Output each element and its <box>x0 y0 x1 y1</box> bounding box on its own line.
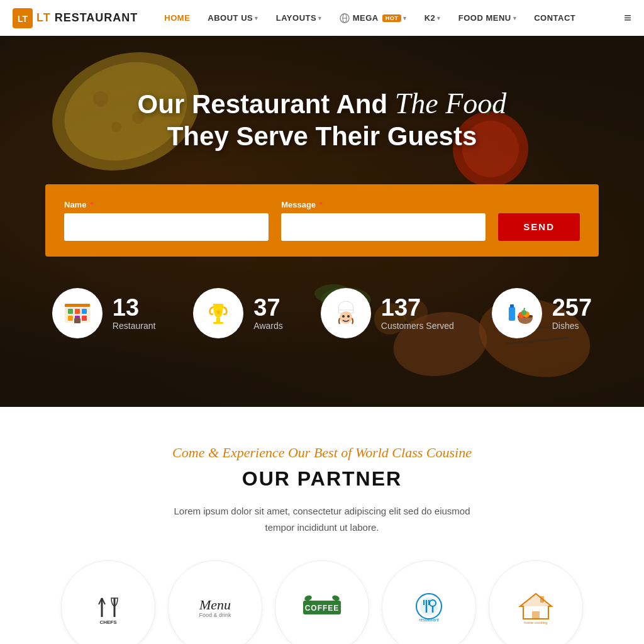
stat-awards-text: 37 Awards <box>253 296 282 331</box>
form-group-name: Name * <box>64 200 269 241</box>
stat-customers: 137 Customers Served <box>321 288 454 338</box>
svg-text:COFFEE: COFFEE <box>305 604 340 613</box>
svg-rect-63 <box>532 611 540 619</box>
name-required: * <box>90 200 93 209</box>
coffee-logo: COFFEE <box>297 592 347 623</box>
partner-logo-menu: Menu Food & drink <box>168 560 262 644</box>
hot-badge: HOT <box>382 14 402 22</box>
caret-icon: ▾ <box>437 15 441 21</box>
hero-title: Our Restaurant And The Food They Serve T… <box>138 86 507 153</box>
nav-link-home[interactable]: HOME <box>157 9 197 26</box>
svg-rect-64 <box>540 596 544 602</box>
hamburger-icon[interactable]: ≡ <box>624 11 631 25</box>
chefs-logo: CHEFS restaurant <box>89 589 127 626</box>
svg-text:restaurant: restaurant <box>419 618 439 622</box>
partner-description: Lorem ipsum dolor sit amet, consectetur … <box>165 503 479 535</box>
dishes-icon <box>501 297 533 329</box>
send-button[interactable]: SEND <box>498 213 580 241</box>
hero-title-sub: They Serve Their Guests <box>138 121 507 152</box>
svg-rect-35 <box>509 307 515 321</box>
caret-icon: ▾ <box>513 15 517 21</box>
nav-item-k2[interactable]: K2 ▾ <box>417 9 448 26</box>
svg-rect-28 <box>213 322 223 324</box>
caret-icon: ▾ <box>403 15 407 21</box>
stat-dishes-text: 257 Dishes <box>552 296 592 331</box>
nav-item-mega[interactable]: MEGA HOT ▾ <box>332 9 414 27</box>
chef-icon <box>330 297 362 329</box>
form-group-message: Message * <box>281 200 486 241</box>
stat-dishes-label: Dishes <box>552 321 592 331</box>
svg-text:Food & drink: Food & drink <box>199 612 231 618</box>
nav-link-contact[interactable]: CONTACT <box>526 9 583 26</box>
nav-item-contact[interactable]: CONTACT <box>526 9 583 26</box>
navbar: LT LT RESTAURANT HOME ABOUT US ▾ LAYOUTS… <box>0 0 644 36</box>
partner-logo-home-cooking: home cooking <box>489 560 583 644</box>
stat-awards-label: Awards <box>253 321 282 331</box>
nav-link-layouts[interactable]: LAYOUTS ▾ <box>269 9 330 26</box>
svg-point-9 <box>111 122 121 132</box>
svg-point-34 <box>347 315 350 318</box>
stats-row: 13 Restaurant ★ 37 Aw <box>0 288 644 338</box>
awards-icon-circle: ★ <box>193 288 243 338</box>
svg-rect-21 <box>75 309 80 314</box>
nav-link-k2[interactable]: K2 ▾ <box>417 9 448 26</box>
stat-restaurant: 13 Restaurant <box>52 288 155 338</box>
svg-point-40 <box>521 310 526 315</box>
nav-links: HOME ABOUT US ▾ LAYOUTS ▾ MEGA HOT ▾ K2 … <box>157 9 624 27</box>
name-input[interactable] <box>64 213 269 241</box>
nav-link-about[interactable]: ABOUT US ▾ <box>200 9 265 26</box>
nav-item-home[interactable]: HOME <box>157 9 197 26</box>
hero-section: Our Restaurant And The Food They Serve T… <box>0 36 644 407</box>
partner-title: OUR PARTNER <box>25 467 619 491</box>
message-required: * <box>319 200 323 209</box>
nav-link-mega[interactable]: MEGA HOT ▾ <box>332 9 414 27</box>
home-cooking-logo: home cooking <box>514 589 558 626</box>
stat-customers-number: 137 <box>381 296 454 319</box>
restaurant-icon <box>62 297 93 329</box>
dishes-icon-circle <box>492 288 542 338</box>
partner-logo-coffee: COFFEE <box>275 560 369 644</box>
message-label: Message * <box>281 200 486 209</box>
svg-rect-22 <box>82 309 87 314</box>
svg-point-32 <box>340 311 352 324</box>
svg-rect-27 <box>216 318 220 322</box>
hero-title-cursive: The Food <box>395 87 507 119</box>
menu-logo: Menu Food & drink <box>190 592 240 623</box>
trophy-icon: ★ <box>203 297 234 329</box>
svg-text:★: ★ <box>215 308 222 316</box>
partner-section: Come & Experience Our Best of World Clas… <box>0 407 644 644</box>
svg-point-7 <box>93 91 108 106</box>
svg-text:CHEFS: CHEFS <box>99 619 117 625</box>
nav-item-food-menu[interactable]: FOOD MENU ▾ <box>451 9 524 26</box>
nav-item-layouts[interactable]: LAYOUTS ▾ <box>269 9 330 26</box>
partner-logos: CHEFS restaurant Menu Food & drink COFFE… <box>25 560 619 644</box>
hero-content: Our Restaurant And The Food They Serve T… <box>125 36 519 172</box>
nav-link-food-menu[interactable]: FOOD MENU ▾ <box>451 9 524 26</box>
logo-link[interactable]: LT LT RESTAURANT <box>13 8 138 28</box>
hero-form-section: Name * Message * SEND <box>45 184 599 257</box>
partner-logo-restaurant-blue: restaurant <box>382 560 476 644</box>
stat-restaurant-label: Restaurant <box>113 321 155 331</box>
message-input[interactable] <box>281 213 486 241</box>
svg-rect-20 <box>68 309 73 314</box>
logo-text: LT RESTAURANT <box>36 11 138 25</box>
svg-rect-19 <box>65 304 90 307</box>
caret-icon: ▾ <box>318 15 322 21</box>
svg-text:home cooking: home cooking <box>524 621 547 625</box>
svg-rect-25 <box>82 316 87 321</box>
svg-point-33 <box>342 315 345 318</box>
stat-awards-number: 37 <box>253 296 282 319</box>
caret-icon: ▾ <box>255 15 258 21</box>
partner-subtitle: Come & Experience Our Best of World Clas… <box>25 445 619 461</box>
stat-awards: ★ 37 Awards <box>193 288 282 338</box>
form-row: Name * Message * SEND <box>64 200 580 241</box>
nav-item-about[interactable]: ABOUT US ▾ <box>200 9 265 26</box>
name-label: Name * <box>64 200 269 209</box>
logo-icon: LT <box>13 8 33 28</box>
svg-text:restaurant: restaurant <box>101 626 116 626</box>
svg-rect-23 <box>68 316 73 321</box>
stat-customers-text: 137 Customers Served <box>381 296 454 331</box>
svg-rect-26 <box>74 318 80 323</box>
stat-dishes-number: 257 <box>552 296 592 319</box>
stat-dishes: 257 Dishes <box>492 288 592 338</box>
